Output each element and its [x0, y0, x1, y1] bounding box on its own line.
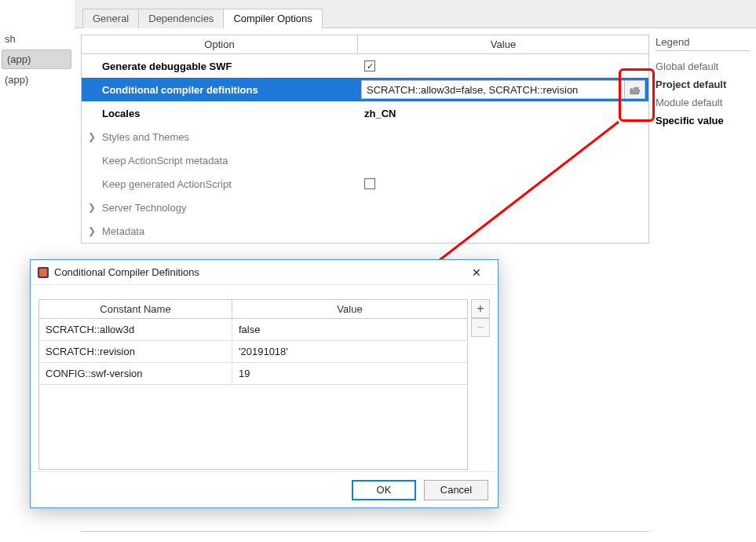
tab-dependencies[interactable]: Dependencies [138, 9, 224, 29]
option-label: Conditional compiler definitions [102, 84, 258, 96]
option-label: Keep generated ActionScript [102, 178, 232, 190]
option-metadata: ❯ Metadata [82, 222, 358, 241]
constant-name-cell[interactable]: CONFIG::swf-version [39, 363, 232, 384]
plus-icon: + [477, 302, 484, 315]
value-cell[interactable] [358, 228, 648, 234]
option-server-technology: ❯ Server Technology [82, 198, 358, 218]
constant-name-cell[interactable]: SCRATCH::allow3d [39, 319, 232, 340]
sidebar-item[interactable]: (app) [0, 71, 73, 89]
sidebar-item[interactable]: sh [0, 30, 73, 48]
chevron-right-icon[interactable]: ❯ [86, 131, 97, 142]
value-text: zh_CN [364, 108, 396, 119]
ok-button[interactable]: OK [352, 480, 416, 500]
tab-label: Compiler Options [233, 13, 312, 24]
sidebar-item-label: sh [5, 33, 16, 45]
value-cell[interactable] [358, 175, 648, 192]
table-header-row: Option Value [82, 35, 648, 54]
tab-label: Dependencies [148, 13, 214, 24]
close-icon: ✕ [472, 266, 481, 279]
option-label: Keep ActionScript metadata [102, 155, 228, 167]
constant-value-cell[interactable]: false [232, 319, 467, 340]
table-header-value: Value [358, 35, 648, 53]
minus-icon: − [477, 321, 484, 334]
dialog-body: Constant Name Value SCRATCH::allow3d fal… [38, 295, 490, 470]
chevron-right-icon[interactable]: ❯ [86, 202, 97, 213]
definitions-table: Constant Name Value SCRATCH::allow3d fal… [38, 299, 468, 470]
value-cell[interactable] [358, 204, 648, 211]
option-locales: Locales [82, 104, 358, 123]
value-input[interactable]: SCRATCH::allow3d=false, SCRATCH::revisio… [361, 80, 625, 99]
option-label: Locales [102, 108, 140, 119]
option-keep-generated-actionscript: Keep generated ActionScript [82, 174, 358, 194]
table-row-expandable[interactable]: ❯ Metadata [82, 219, 648, 243]
constant-value-cell[interactable]: '20191018' [232, 341, 467, 362]
sidebar-item-selected[interactable]: (app) [2, 49, 71, 69]
app-icon [37, 266, 49, 279]
table-row-expandable[interactable]: ❯ Server Technology [82, 196, 648, 219]
divider [81, 531, 649, 532]
value-text: SCRATCH::allow3d=false, SCRATCH::revisio… [367, 84, 578, 96]
checkbox-checked-icon[interactable]: ✓ [364, 60, 375, 71]
options-table: Option Value Generate debuggable SWF ✓ C… [81, 35, 649, 244]
table-row[interactable]: SCRATCH::revision '20191018' [39, 341, 467, 363]
option-styles-and-themes: ❯ Styles and Themes [82, 127, 358, 147]
legend-panel: Legend Global default Project default Mo… [656, 36, 750, 130]
option-label: Styles and Themes [102, 131, 189, 143]
table-row-selected[interactable]: Conditional compiler definitions SCRATCH… [82, 78, 648, 101]
browse-button[interactable] [625, 80, 645, 99]
tab-general[interactable]: General [82, 9, 139, 29]
option-conditional-compiler-definitions: Conditional compiler definitions [82, 80, 358, 100]
legend-global-default: Global default [656, 57, 750, 75]
constant-value-cell[interactable]: 19 [232, 363, 467, 384]
table-row[interactable]: CONFIG::swf-version 19 [39, 363, 467, 385]
checkbox-unchecked-icon[interactable] [364, 178, 375, 189]
tab-bar: General Dependencies Compiler Options [75, 0, 756, 28]
table-row[interactable]: Generate debuggable SWF ✓ [82, 54, 648, 78]
table-row[interactable]: Keep ActionScript metadata [82, 148, 648, 172]
button-label: Cancel [440, 484, 472, 496]
table-header-row: Constant Name Value [39, 300, 467, 319]
legend-title: Legend [656, 36, 750, 51]
svg-rect-2 [39, 269, 47, 276]
value-cell[interactable]: zh_CN [358, 104, 648, 123]
constant-name-cell[interactable]: SCRATCH::revision [39, 341, 232, 362]
option-keep-actionscript-metadata: Keep ActionScript metadata [82, 151, 358, 170]
remove-row-button[interactable]: − [471, 318, 490, 337]
chevron-right-icon[interactable]: ❯ [86, 225, 97, 236]
option-label: Metadata [102, 225, 144, 237]
option-generate-debuggable-swf: Generate debuggable SWF [82, 57, 358, 76]
tab-label: General [93, 13, 129, 24]
legend-module-default: Module default [656, 93, 750, 112]
folder-open-icon [630, 86, 641, 94]
table-header-constant-name: Constant Name [39, 300, 232, 318]
table-header-option: Option [82, 35, 358, 53]
option-label: Server Technology [102, 202, 186, 214]
sidebar-item-label: (app) [5, 74, 28, 86]
value-cell[interactable]: ✓ [358, 57, 648, 75]
value-cell[interactable]: SCRATCH::allow3d=false, SCRATCH::revisio… [358, 78, 648, 101]
close-button[interactable]: ✕ [462, 262, 491, 283]
table-header-value: Value [232, 300, 467, 318]
legend-project-default: Project default [656, 75, 750, 93]
dialog-footer: OK Cancel [31, 471, 498, 507]
table-row[interactable]: Keep generated ActionScript [82, 172, 648, 196]
dialog-conditional-compiler-definitions: Conditional Compiler Definitions ✕ Const… [30, 259, 499, 508]
value-cell[interactable] [358, 134, 648, 140]
table-row[interactable]: SCRATCH::allow3d false [39, 319, 467, 341]
dialog-titlebar[interactable]: Conditional Compiler Definitions ✕ [31, 260, 498, 285]
dialog-side-buttons: + − [471, 299, 490, 337]
value-cell[interactable] [358, 157, 648, 163]
table-row[interactable]: Locales zh_CN [82, 101, 648, 125]
cancel-button[interactable]: Cancel [424, 480, 488, 500]
dialog-title: Conditional Compiler Definitions [54, 266, 199, 278]
button-label: OK [377, 484, 392, 496]
add-row-button[interactable]: + [471, 299, 490, 318]
sidebar-item-label: (app) [7, 53, 31, 65]
table-row-expandable[interactable]: ❯ Styles and Themes [82, 125, 648, 148]
tab-compiler-options[interactable]: Compiler Options [223, 9, 322, 29]
option-label: Generate debuggable SWF [102, 60, 232, 72]
legend-specific-value: Specific value [656, 112, 750, 130]
